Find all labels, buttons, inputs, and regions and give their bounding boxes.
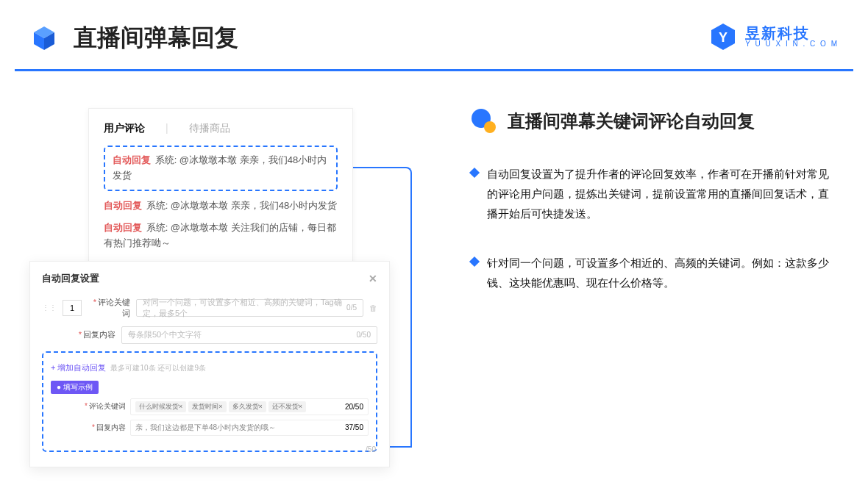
example-section: + 增加自动回复最多可建10条 还可以创建9条 ● 填写示例 *评论关键词 什么… [42,351,377,452]
cube-icon [29,24,59,53]
drag-handle-icon[interactable]: ⋮⋮ [42,304,57,312]
diamond-icon [469,168,480,178]
chat-bubble-icon [471,108,497,134]
bullet-text: 针对同一个问题，可设置多个相近的、高频的关键词。例如：这款多少钱、这块能优惠吗、… [487,253,839,293]
bullet-text: 自动回复设置为了提升作者的评论回复效率，作者可在开播前针对常见的评论用户问题，提… [487,164,839,223]
keyword-input[interactable]: 对同一个问题，可设置多个相近、高频的关键词，Tag确定，最多5个0/5 [136,299,363,317]
highlighted-comment: 自动回复 系统: @冰墩墩本墩 亲亲，我们48小时内发货 [104,146,338,191]
logo-name: 昱新科技 [745,26,839,40]
bullet-item: 自动回复设置为了提升作者的评论回复效率，作者可在开播前针对常见的评论用户问题，提… [471,164,839,223]
svg-text:Y: Y [719,30,728,45]
tab-pending-products[interactable]: 待播商品 [189,122,230,135]
comment-panel: 用户评论 | 待播商品 自动回复 系统: @冰墩墩本墩 亲亲，我们48小时内发货… [88,108,353,265]
chip[interactable]: 发货时间× [188,401,226,412]
example-keyword-chips[interactable]: 什么时候发货× 发货时间× 多久发货× 还不发货× 20/50 [130,398,369,415]
close-icon[interactable]: ✕ [369,273,377,284]
settings-title: 自动回复设置 [42,272,99,285]
logo-url: Y U U X I N . C O M [745,40,839,48]
delete-icon[interactable]: 🗑 [369,304,377,312]
chip[interactable]: 多久发货× [229,401,266,412]
bullet-item: 针对同一个问题，可设置多个相近的、高频的关键词。例如：这款多少钱、这块能优惠吗、… [471,253,839,293]
logo-icon: Y [708,22,738,51]
tab-user-comments[interactable]: 用户评论 [104,122,145,135]
auto-reply-label: 自动回复 [113,154,151,165]
comment-text: 系统: @冰墩墩本墩 亲亲，我们48小时内发货 [146,200,338,211]
tabs: 用户评论 | 待播商品 [104,122,338,135]
chip[interactable]: 什么时候发货× [135,401,186,412]
content-label: *回复内容 [73,329,115,340]
add-auto-reply-link[interactable]: + 增加自动回复 [51,362,106,373]
auto-reply-label: 自动回复 [104,200,142,211]
keyword-label: *评论关键词 [88,297,130,319]
overflow-count: /50 [366,445,376,453]
diamond-icon [469,256,480,267]
page-title: 直播间弹幕回复 [74,22,238,54]
auto-reply-label: 自动回复 [104,222,142,233]
section-title: 直播间弹幕关键词评论自动回复 [508,110,755,133]
chip[interactable]: 还不发货× [268,401,306,412]
brand-logo: Y 昱新科技 Y U U X I N . C O M [708,22,839,51]
order-input[interactable] [63,300,82,316]
ex-content-label: *回复内容 [83,423,126,433]
svg-point-2 [484,121,496,133]
example-content-input[interactable]: 亲，我们这边都是下单48小时内发货的哦～ 37/50 [130,420,369,436]
example-tag: ● 填写示例 [51,381,99,394]
auto-reply-settings-panel: 自动回复设置 ✕ ⋮⋮ *评论关键词 对同一个问题，可设置多个相近、高频的关键词… [29,261,390,467]
ex-keyword-label: *评论关键词 [83,401,126,412]
connector-line [390,446,412,448]
add-hint: 最多可建10条 还可以创建9条 [110,364,205,372]
content-input[interactable]: 每条限50个中文字符0/50 [121,326,377,344]
